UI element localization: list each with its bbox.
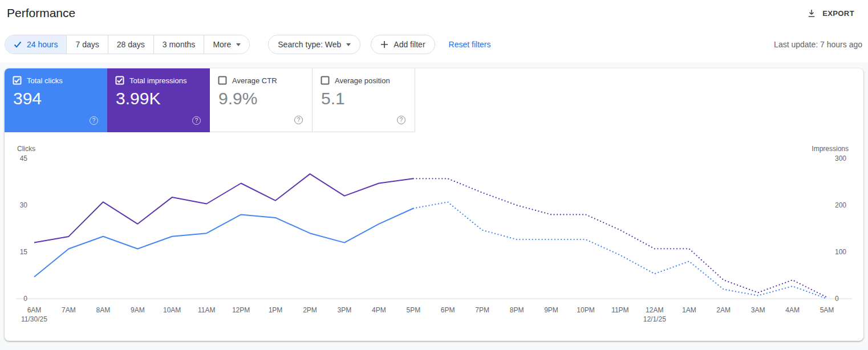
page-title: Performance: [7, 6, 75, 20]
date-chip-label: More: [213, 40, 231, 49]
plus-icon: [380, 40, 388, 48]
svg-text:11/30/25: 11/30/25: [21, 315, 47, 323]
metric-label: Average CTR: [232, 76, 277, 85]
checkbox-average-position[interactable]: [321, 76, 330, 85]
add-filter-button[interactable]: Add filter: [371, 35, 435, 54]
export-button[interactable]: EXPORT: [801, 3, 860, 23]
svg-text:3PM: 3PM: [338, 306, 352, 314]
help-icon[interactable]: ?: [294, 116, 303, 124]
metric-card-average-ctr[interactable]: Average CTR 9.9% ?: [210, 68, 313, 132]
date-chip-label: 7 days: [75, 40, 99, 49]
svg-text:11PM: 11PM: [611, 306, 628, 314]
svg-text:5PM: 5PM: [406, 306, 420, 314]
check-icon: [14, 41, 22, 48]
svg-text:12AM: 12AM: [646, 306, 663, 314]
checkbox-total-clicks[interactable]: [13, 76, 22, 85]
metric-value: 5.1: [321, 89, 407, 108]
date-chip-label: 3 months: [163, 40, 196, 49]
date-chip-7-days[interactable]: 7 days: [66, 35, 107, 54]
left-axis-title: Clicks: [17, 145, 35, 153]
svg-text:15: 15: [20, 248, 28, 256]
metric-label: Total clicks: [27, 76, 63, 85]
svg-text:9PM: 9PM: [544, 306, 558, 314]
checkbox-total-impressions[interactable]: [115, 76, 124, 85]
svg-text:0: 0: [835, 295, 839, 303]
search-type-dropdown[interactable]: Search type: Web: [268, 35, 360, 54]
metric-label: Average position: [335, 76, 390, 85]
svg-text:100: 100: [835, 248, 846, 256]
metric-label: Total impressions: [129, 76, 186, 85]
date-chip-label: 28 days: [117, 40, 145, 49]
export-label: EXPORT: [822, 9, 854, 18]
svg-text:6AM: 6AM: [27, 306, 42, 314]
download-icon: [806, 8, 817, 18]
svg-text:7AM: 7AM: [62, 306, 76, 314]
chevron-down-icon: [346, 43, 351, 46]
svg-text:45: 45: [20, 155, 28, 162]
performance-card: Total clicks 394 ? Total impressions 3.9…: [5, 68, 863, 341]
reset-filters-link[interactable]: Reset filters: [449, 40, 491, 49]
svg-text:1AM: 1AM: [682, 306, 696, 314]
svg-text:11AM: 11AM: [198, 306, 215, 314]
metric-value: 394: [13, 89, 99, 108]
date-chip-3-months[interactable]: 3 months: [153, 35, 204, 54]
chevron-down-icon: [236, 43, 241, 46]
last-update-text: Last update: 7 hours ago: [774, 40, 863, 49]
svg-text:10PM: 10PM: [577, 306, 594, 314]
help-icon[interactable]: ?: [192, 116, 201, 125]
svg-text:2PM: 2PM: [303, 306, 317, 314]
svg-text:12PM: 12PM: [232, 306, 250, 314]
date-chip-label: 24 hours: [27, 40, 58, 49]
search-type-label: Search type: Web: [278, 40, 341, 49]
performance-chart: Clicks Impressions 015304501002003006AM7…: [5, 132, 863, 341]
date-chip-28-days[interactable]: 28 days: [108, 35, 153, 54]
metrics-row: Total clicks 394 ? Total impressions 3.9…: [5, 68, 863, 132]
help-icon[interactable]: ?: [90, 116, 98, 125]
date-chip-more[interactable]: More: [204, 35, 249, 54]
page-header: Performance EXPORT: [0, 0, 868, 26]
help-icon[interactable]: ?: [397, 116, 405, 124]
metric-card-total-impressions[interactable]: Total impressions 3.99K ?: [107, 68, 210, 132]
content-area: Total clicks 394 ? Total impressions 3.9…: [0, 63, 868, 350]
metric-card-average-position[interactable]: Average position 5.1 ?: [313, 68, 415, 132]
svg-text:8AM: 8AM: [96, 306, 111, 314]
svg-text:4PM: 4PM: [372, 306, 386, 314]
svg-text:300: 300: [835, 155, 846, 162]
svg-text:10AM: 10AM: [163, 306, 181, 314]
svg-text:5AM: 5AM: [820, 306, 834, 314]
checkbox-average-ctr[interactable]: [218, 76, 227, 85]
svg-text:1PM: 1PM: [269, 306, 283, 314]
svg-text:6PM: 6PM: [441, 306, 455, 314]
filter-bar: 24 hours 7 days 28 days 3 months More Se…: [0, 26, 868, 63]
svg-text:7PM: 7PM: [475, 306, 489, 314]
svg-text:4AM: 4AM: [785, 306, 800, 314]
metric-card-total-clicks[interactable]: Total clicks 394 ?: [5, 68, 107, 132]
date-range-chip-group: 24 hours 7 days 28 days 3 months More: [5, 35, 250, 54]
svg-text:8PM: 8PM: [510, 306, 524, 314]
svg-text:12/1/25: 12/1/25: [643, 315, 666, 323]
line-chart-svg[interactable]: 015304501002003006AM7AM8AM9AM10AM11AM12P…: [9, 155, 859, 326]
add-filter-label: Add filter: [394, 40, 425, 49]
date-chip-24-hours[interactable]: 24 hours: [5, 35, 66, 54]
svg-text:3AM: 3AM: [751, 306, 765, 314]
metric-value: 9.9%: [218, 89, 304, 108]
svg-text:2AM: 2AM: [716, 306, 731, 314]
svg-text:9AM: 9AM: [131, 306, 145, 314]
right-axis-title: Impressions: [812, 145, 849, 153]
svg-text:0: 0: [23, 295, 27, 303]
svg-text:30: 30: [20, 201, 28, 209]
svg-text:200: 200: [835, 201, 846, 209]
metric-value: 3.99K: [116, 89, 202, 108]
